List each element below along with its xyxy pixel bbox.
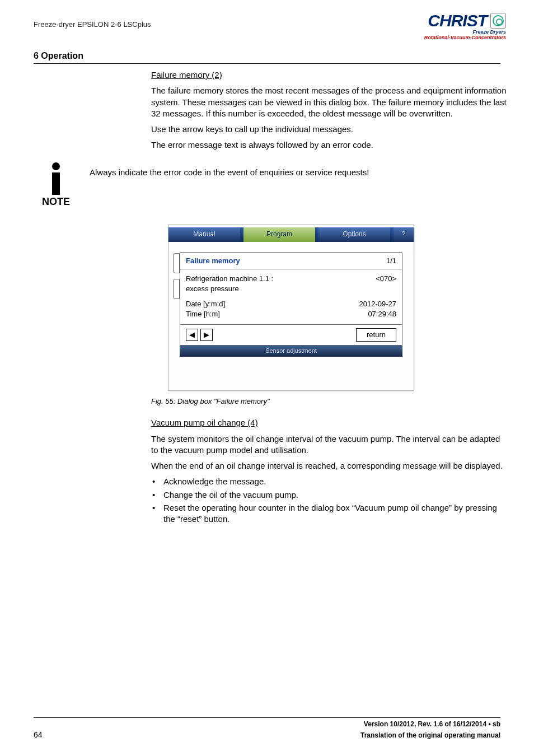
list-item: Acknowledge the message.: [152, 476, 509, 487]
side-tab-2[interactable]: [173, 279, 180, 299]
panel-title: Failure memory: [186, 256, 240, 266]
time-value: 07:29:48: [359, 309, 397, 319]
logo-text: CHRIST: [428, 11, 487, 30]
vacuum-bullets: Acknowledge the message. Change the oil …: [151, 476, 509, 525]
brand-logo: CHRIST Freeze Dryers Rotational-Vacuum-C…: [424, 11, 506, 40]
date-value: 2012-09-27: [359, 299, 397, 309]
failure-memory-panel: Failure memory 1/1 Refrigeration machine…: [180, 252, 402, 346]
message-code: <070>: [376, 274, 396, 293]
section-heading: 6 Operation: [34, 51, 500, 61]
prev-button[interactable]: ◀: [186, 329, 198, 341]
list-item: Change the oil of the vacuum pump.: [152, 489, 509, 501]
tab-manual[interactable]: Manual: [168, 227, 240, 242]
side-tab-1[interactable]: [173, 253, 180, 273]
page-number: 64: [34, 730, 43, 739]
vacuum-p2: When the end of an oil change interval i…: [151, 460, 509, 472]
tab-options[interactable]: Options: [318, 227, 390, 242]
tab-help[interactable]: ?: [394, 227, 414, 242]
logo-subtitle-2: Rotational-Vacuum-Concentrators: [424, 35, 506, 40]
footer-subtitle: Translation of the original operating ma…: [360, 731, 500, 739]
message-line-1: Refrigeration machine 1.1 :: [186, 274, 273, 284]
spiral-icon: [490, 13, 506, 29]
message-line-2: excess pressure: [186, 284, 273, 294]
failure-memory-p2: Use the arrow keys to call up the indivi…: [151, 124, 509, 135]
footer-version: Version 10/2012, Rev. 1.6 of 16/12/2014 …: [360, 720, 500, 728]
failure-memory-heading: Failure memory (2): [151, 69, 509, 81]
date-label: Date [y:m:d]: [186, 299, 225, 309]
note-label: NOTE: [34, 196, 78, 208]
divider: [34, 63, 500, 64]
figure-caption: Fig. 55: Dialog box "Failure memory": [151, 396, 509, 407]
vacuum-heading: Vacuum pump oil change (4): [151, 417, 509, 428]
tab-program[interactable]: Program: [243, 227, 315, 242]
note-text: Always indicate the error code in the ev…: [78, 162, 500, 178]
vacuum-p1: The system monitors the oil change inter…: [151, 433, 509, 456]
page-footer: 64 Version 10/2012, Rev. 1.6 of 16/12/20…: [34, 717, 500, 739]
page-indicator: 1/1: [386, 256, 396, 266]
time-label: Time [h:m]: [186, 309, 225, 319]
list-item: Reset the operating hour counter in the …: [152, 502, 509, 525]
return-button[interactable]: return: [356, 328, 396, 342]
ghost-tab-sensor-adjustment[interactable]: Sensor adjustment: [180, 346, 402, 357]
info-icon: [34, 162, 78, 195]
failure-memory-dialog: Manual Program Options ? Failure memory …: [168, 225, 414, 391]
next-button[interactable]: ▶: [200, 329, 213, 341]
failure-memory-p1: The failure memory stores the most recen…: [151, 85, 509, 119]
note-block: NOTE Always indicate the error code in t…: [34, 162, 500, 208]
failure-memory-p3: The error message text is always followe…: [151, 139, 509, 151]
